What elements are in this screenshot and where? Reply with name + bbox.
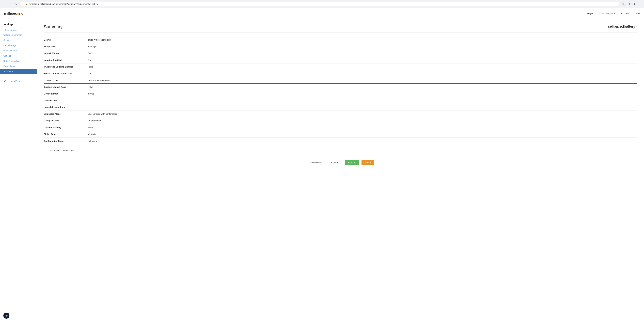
bookmark-icon[interactable]: ★ bbox=[627, 2, 632, 6]
label-group-id-mode: Group id Mode bbox=[44, 118, 88, 124]
close-button[interactable]: Close bbox=[362, 160, 374, 166]
download-launch-page-button[interactable]: ⬇ Download Launch Page bbox=[44, 148, 77, 154]
sidebar-back-experiments[interactable]: ‹ Experiments bbox=[0, 28, 37, 32]
label-userid: UserId: bbox=[44, 37, 88, 43]
row-launch-title: Launch Title bbox=[44, 97, 637, 104]
logo-accent: o bbox=[17, 11, 19, 16]
sidebar-launch-page[interactable]: 🚀 Launch Page bbox=[0, 78, 37, 84]
label-logging-enabled: Logging Enabled bbox=[44, 57, 88, 63]
accessibility-icon: ⛂ bbox=[6, 314, 8, 317]
sidebar-item-options[interactable]: Options bbox=[0, 53, 37, 58]
row-logging-enabled: Logging Enabled True bbox=[44, 57, 637, 64]
sidebar-item-participant-ids[interactable]: Participant Ids bbox=[0, 48, 37, 53]
launch-button[interactable]: Launch bbox=[345, 160, 359, 166]
experiment-name: selfpacedbattery7 bbox=[608, 24, 637, 29]
previous-button[interactable]: « Previous bbox=[307, 160, 324, 166]
sidebar-item-scripts[interactable]: Scripts bbox=[0, 38, 37, 43]
chevron-left-icon: ‹ bbox=[3, 29, 4, 31]
value-launch-url: https://mili2nd.co/vdic bbox=[88, 78, 637, 83]
row-hosted: Hosted on millisecond.com True bbox=[44, 70, 637, 77]
sidebar-section-title: Settings bbox=[0, 23, 37, 28]
value-script-path: main.iqjs bbox=[88, 44, 637, 50]
row-custom-launch: Custom Launch Page False bbox=[44, 84, 637, 90]
row-group-id-mode: Group id Mode Url parameter bbox=[44, 118, 637, 124]
label-launch-url: Launch URL: bbox=[44, 78, 88, 83]
row-confirmation-code: Confirmation Code Unknown bbox=[44, 138, 637, 144]
row-script-path: Script Path: main.iqjs bbox=[44, 43, 637, 50]
sidebar-item-data-forwarding[interactable]: Data Forwarding bbox=[0, 58, 37, 64]
page-title: Summary bbox=[44, 24, 62, 30]
rocket-icon: 🚀 bbox=[3, 80, 6, 82]
accessibility-button[interactable]: ⛂ bbox=[3, 312, 10, 319]
region-selector[interactable]: US - Oregon ▼ bbox=[599, 12, 616, 15]
search-icon[interactable]: 🔍 bbox=[621, 2, 626, 6]
logo: millisecond bbox=[4, 11, 24, 16]
value-finish-page: (default) bbox=[88, 131, 637, 137]
label-subject-id-mode: Subject id Mode bbox=[44, 111, 88, 117]
summary-table: UserId: katjab@millisecond.com Script Pa… bbox=[44, 36, 637, 144]
bottom-nav: « Previous Account Launch Close bbox=[44, 158, 637, 168]
sidebar: Settings ‹ Experiments Upload Experiment… bbox=[0, 19, 37, 322]
label-script-path: Script Path: bbox=[44, 44, 88, 50]
sidebar-divider bbox=[0, 76, 37, 76]
header-nav: Region US - Oregon ▼ Account User bbox=[586, 12, 640, 15]
security-icon: 🔒 bbox=[25, 3, 28, 5]
region-label: Region bbox=[586, 12, 594, 15]
browser-chrome: ← → ↻ 🔒 myaccount.millisecond.com/experi… bbox=[0, 0, 644, 8]
label-confirmation-code: Confirmation Code bbox=[44, 138, 88, 144]
label-finish-page: Finish Page bbox=[44, 131, 88, 137]
account-link[interactable]: Account bbox=[621, 12, 630, 15]
value-group-id-mode: Url parameter bbox=[88, 118, 637, 124]
value-ip-logging: False bbox=[88, 64, 637, 70]
value-hosted: True bbox=[88, 70, 637, 76]
row-launch-instructions: Launch Instructions bbox=[44, 104, 637, 111]
value-subject-id-mode: User Entered with confirmation bbox=[88, 111, 637, 117]
row-ip-logging: IP Address Logging Enabled False bbox=[44, 64, 637, 70]
address-bar[interactable]: 🔒 myaccount.millisecond.com/experiment/s… bbox=[20, 2, 620, 6]
label-ip-logging: IP Address Logging Enabled bbox=[44, 64, 88, 70]
browser-toolbar-right: 🔍 ★ ■ ⋮ bbox=[621, 2, 642, 6]
label-consent-page: Consent Page bbox=[44, 91, 88, 97]
value-inquisit-version: 7.0.3 bbox=[88, 50, 637, 56]
extension-icon[interactable]: ■ bbox=[632, 2, 636, 6]
row-inquisit-version: Inquisit Version 7.0.3 bbox=[44, 50, 637, 57]
value-custom-launch: False bbox=[88, 84, 637, 90]
app-header: millisecond Region US - Oregon ▼ Account… bbox=[0, 8, 644, 19]
label-launch-title: Launch Title bbox=[44, 98, 88, 104]
user-link[interactable]: User bbox=[635, 12, 640, 15]
app-body: Settings ‹ Experiments Upload Experiment… bbox=[0, 19, 644, 322]
value-confirmation-code: Unknown bbox=[88, 138, 637, 144]
sidebar-item-launch-page[interactable]: Launch Page bbox=[0, 43, 37, 48]
row-userid: UserId: katjab@millisecond.com bbox=[44, 36, 637, 43]
row-subject-id-mode: Subject id Mode User Entered with confir… bbox=[44, 111, 637, 118]
back-button[interactable]: ← bbox=[2, 2, 7, 6]
reload-button[interactable]: ↻ bbox=[14, 2, 18, 6]
label-custom-launch: Custom Launch Page bbox=[44, 84, 88, 90]
sidebar-item-upload-experiment[interactable]: Upload Experiment bbox=[0, 32, 37, 38]
url-text: myaccount.millisecond.com/experiment/sum… bbox=[29, 3, 98, 5]
page-header: Summary selfpacedbattery7 bbox=[44, 24, 637, 32]
value-launch-instructions bbox=[88, 106, 637, 109]
sidebar-item-finish-page[interactable]: Finish Page bbox=[0, 64, 37, 69]
value-launch-title bbox=[88, 99, 637, 102]
value-logging-enabled: True bbox=[88, 57, 637, 63]
row-finish-page: Finish Page (default) bbox=[44, 131, 637, 138]
row-data-forwarding: Data Forwarding False bbox=[44, 124, 637, 131]
label-launch-instructions: Launch Instructions bbox=[44, 104, 88, 110]
main-content: Summary selfpacedbattery7 UserId: katjab… bbox=[37, 19, 644, 322]
value-userid: katjab@millisecond.com bbox=[88, 37, 637, 43]
menu-icon[interactable]: ⋮ bbox=[637, 2, 642, 6]
sidebar-item-summary[interactable]: Summary bbox=[0, 69, 37, 74]
row-consent-page: Consent Page (none) bbox=[44, 90, 637, 97]
account-button[interactable]: Account bbox=[327, 160, 342, 166]
row-launch-url: Launch URL: https://mili2nd.co/vdic bbox=[44, 77, 637, 84]
download-icon: ⬇ bbox=[47, 149, 49, 152]
forward-button[interactable]: → bbox=[8, 2, 13, 6]
label-hosted: Hosted on millisecond.com bbox=[44, 70, 88, 76]
label-inquisit-version: Inquisit Version bbox=[44, 50, 88, 56]
value-consent-page: (none) bbox=[88, 91, 637, 97]
value-data-forwarding: False bbox=[88, 124, 637, 130]
label-data-forwarding: Data Forwarding bbox=[44, 124, 88, 130]
chevron-down-icon: ▼ bbox=[613, 12, 616, 15]
